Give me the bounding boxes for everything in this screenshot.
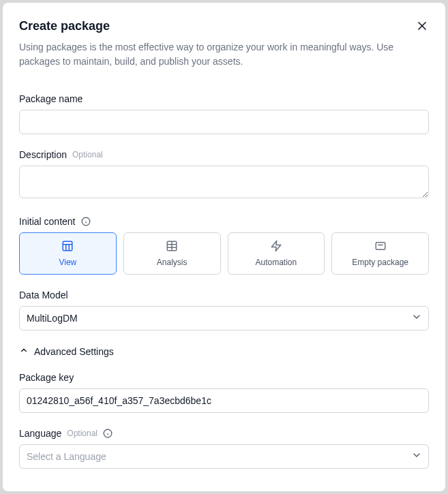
- data-model-label: Data Model: [19, 290, 68, 300]
- svg-rect-5: [63, 241, 73, 251]
- option-analysis[interactable]: Analysis: [123, 232, 221, 275]
- option-view-label: View: [59, 258, 76, 267]
- language-select[interactable]: Select a Language: [19, 444, 429, 469]
- package-key-input[interactable]: [19, 388, 429, 413]
- data-model-value: MultiLogDM: [27, 313, 78, 324]
- language-group: Language Optional Select a Language: [19, 428, 429, 469]
- chevron-up-icon: [19, 345, 29, 357]
- close-button[interactable]: [415, 19, 429, 35]
- package-key-group: Package key: [19, 372, 429, 413]
- option-automation-label: Automation: [256, 258, 297, 267]
- data-model-select[interactable]: MultiLogDM: [19, 306, 429, 330]
- info-icon[interactable]: [103, 429, 113, 438]
- dialog-footer: Cancel Create: [19, 484, 429, 494]
- close-icon: [415, 19, 429, 35]
- advanced-settings-toggle[interactable]: Advanced Settings: [19, 345, 429, 357]
- initial-content-group: Initial content View Analysis: [19, 216, 429, 275]
- description-label: Description: [19, 149, 67, 160]
- package-name-label: Package name: [19, 93, 83, 104]
- info-icon[interactable]: [81, 217, 91, 226]
- analysis-icon: [166, 240, 178, 252]
- dialog-header: Create package: [19, 19, 429, 35]
- option-empty-label: Empty package: [352, 258, 408, 267]
- option-automation[interactable]: Automation: [228, 232, 325, 275]
- svg-rect-14: [376, 243, 385, 250]
- empty-package-icon: [374, 240, 387, 252]
- create-package-dialog: Create package Using packages is the mos…: [3, 3, 445, 491]
- initial-content-label: Initial content: [19, 216, 76, 227]
- description-input[interactable]: [19, 166, 429, 198]
- option-view[interactable]: View: [19, 232, 117, 275]
- package-name-group: Package name: [19, 93, 429, 134]
- description-optional-tag: Optional: [72, 150, 103, 159]
- dialog-subtitle: Using packages is the most effective way…: [19, 40, 429, 69]
- package-name-input[interactable]: [19, 110, 429, 134]
- description-group: Description Optional: [19, 149, 429, 201]
- initial-content-options: View Analysis Automation Empty package: [19, 232, 429, 275]
- svg-marker-13: [271, 241, 281, 251]
- option-analysis-label: Analysis: [157, 258, 188, 267]
- package-key-label: Package key: [19, 372, 74, 383]
- automation-icon: [270, 240, 282, 252]
- advanced-settings-label: Advanced Settings: [34, 346, 114, 357]
- dialog-title: Create package: [19, 19, 110, 33]
- language-label: Language: [19, 428, 61, 439]
- option-empty-package[interactable]: Empty package: [331, 232, 429, 275]
- data-model-group: Data Model MultiLogDM: [19, 290, 429, 330]
- view-icon: [61, 240, 74, 252]
- language-optional-tag: Optional: [67, 429, 98, 438]
- language-placeholder: Select a Language: [27, 451, 106, 462]
